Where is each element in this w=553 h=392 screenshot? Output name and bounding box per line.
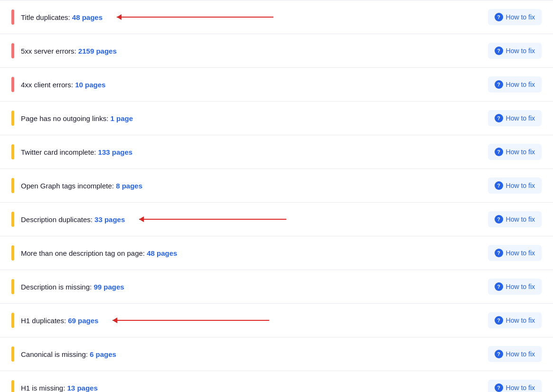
issue-count-no-outgoing-links: 1 page [110, 114, 133, 122]
issue-row-canonical-missing: Canonical is missing: 6 pages?How to fix [0, 337, 553, 371]
how-to-fix-button-twitter-card[interactable]: ?How to fix [488, 144, 542, 160]
issue-label-h1-duplicates: H1 duplicates: 69 pages [21, 317, 98, 325]
issue-count-description-duplicates: 33 pages [94, 215, 125, 224]
question-icon-no-outgoing-links: ? [495, 114, 503, 122]
severity-indicator-no-outgoing-links [11, 111, 14, 126]
issue-label-4xx-errors: 4xx client errors: 10 pages [21, 81, 105, 89]
how-to-fix-label-h1-missing: How to fix [506, 384, 535, 392]
issue-left-multiple-description: More than one description tag on page: 4… [11, 245, 488, 261]
issue-row-5xx-errors: 5xx server errors: 2159 pages?How to fix [0, 34, 553, 68]
issue-count-canonical-missing: 6 pages [90, 350, 116, 358]
issue-left-5xx-errors: 5xx server errors: 2159 pages [11, 43, 488, 58]
how-to-fix-label-no-outgoing-links: How to fix [506, 114, 535, 122]
arrow-annotation-description-duplicates [139, 219, 286, 220]
how-to-fix-button-4xx-errors[interactable]: ?How to fix [488, 76, 542, 93]
issue-left-canonical-missing: Canonical is missing: 6 pages [11, 346, 488, 362]
how-to-fix-label-h1-duplicates: How to fix [506, 317, 535, 324]
how-to-fix-button-multiple-description[interactable]: ?How to fix [488, 245, 542, 261]
issue-label-canonical-missing: Canonical is missing: 6 pages [21, 350, 116, 358]
issue-count-h1-missing: 13 pages [67, 384, 98, 392]
issue-count-multiple-description: 48 pages [147, 249, 177, 257]
issue-left-open-graph: Open Graph tags incomplete: 8 pages [11, 178, 488, 193]
severity-indicator-h1-duplicates [11, 313, 14, 328]
issue-row-twitter-card: Twitter card incomplete: 133 pages?How t… [0, 135, 553, 169]
arrow-line-description-duplicates [139, 219, 286, 220]
arrow-annotation-h1-duplicates [112, 320, 269, 321]
issue-count-open-graph: 8 pages [116, 182, 142, 190]
issue-label-5xx-errors: 5xx server errors: 2159 pages [21, 47, 117, 55]
how-to-fix-label-4xx-errors: How to fix [506, 81, 535, 88]
issue-row-h1-duplicates: H1 duplicates: 69 pages?How to fix [0, 304, 553, 337]
how-to-fix-button-description-duplicates[interactable]: ?How to fix [488, 211, 542, 227]
how-to-fix-label-twitter-card: How to fix [506, 148, 535, 156]
issue-row-description-duplicates: Description duplicates: 33 pages?How to … [0, 203, 553, 236]
severity-indicator-open-graph [11, 178, 14, 193]
severity-indicator-canonical-missing [11, 346, 14, 362]
arrow-line-title-duplicates [117, 17, 273, 18]
how-to-fix-button-no-outgoing-links[interactable]: ?How to fix [488, 110, 542, 126]
issue-count-title-duplicates: 48 pages [72, 13, 103, 21]
severity-indicator-description-duplicates [11, 212, 14, 227]
how-to-fix-button-open-graph[interactable]: ?How to fix [488, 177, 542, 194]
issue-row-4xx-errors: 4xx client errors: 10 pages?How to fix [0, 68, 553, 102]
issue-left-h1-missing: H1 is missing: 13 pages [11, 380, 488, 392]
issue-row-multiple-description: More than one description tag on page: 4… [0, 236, 553, 270]
severity-indicator-title-duplicates [11, 9, 14, 25]
issue-label-twitter-card: Twitter card incomplete: 133 pages [21, 148, 132, 156]
issue-left-no-outgoing-links: Page has no outgoing links: 1 page [11, 111, 488, 126]
issue-count-5xx-errors: 2159 pages [78, 47, 117, 55]
severity-indicator-5xx-errors [11, 43, 14, 58]
issue-left-description-missing: Description is missing: 99 pages [11, 279, 488, 294]
issue-count-4xx-errors: 10 pages [75, 81, 105, 89]
how-to-fix-button-description-missing[interactable]: ?How to fix [488, 279, 542, 295]
question-icon-4xx-errors: ? [495, 80, 503, 89]
issue-left-twitter-card: Twitter card incomplete: 133 pages [11, 144, 488, 159]
question-icon-5xx-errors: ? [495, 47, 503, 55]
question-icon-canonical-missing: ? [495, 350, 503, 358]
severity-indicator-description-missing [11, 279, 14, 294]
question-icon-multiple-description: ? [495, 249, 503, 257]
issue-row-no-outgoing-links: Page has no outgoing links: 1 page?How t… [0, 102, 553, 135]
severity-indicator-twitter-card [11, 144, 14, 159]
question-icon-description-duplicates: ? [495, 215, 503, 224]
question-icon-h1-duplicates: ? [495, 316, 503, 325]
how-to-fix-button-h1-duplicates[interactable]: ?How to fix [488, 312, 542, 328]
how-to-fix-label-description-duplicates: How to fix [506, 215, 535, 223]
issue-row-h1-missing: H1 is missing: 13 pages?How to fix [0, 371, 553, 392]
issue-label-title-duplicates: Title duplicates: 48 pages [21, 13, 103, 21]
issue-row-title-duplicates: Title duplicates: 48 pages?How to fix [0, 0, 553, 34]
how-to-fix-button-canonical-missing[interactable]: ?How to fix [488, 346, 542, 362]
arrow-annotation-title-duplicates [117, 17, 273, 18]
issue-row-open-graph: Open Graph tags incomplete: 8 pages?How … [0, 169, 553, 203]
how-to-fix-label-description-missing: How to fix [506, 283, 535, 290]
question-icon-description-missing: ? [495, 282, 503, 291]
issue-label-description-missing: Description is missing: 99 pages [21, 283, 124, 291]
severity-indicator-4xx-errors [11, 77, 14, 92]
issue-count-description-missing: 99 pages [94, 283, 124, 291]
issue-count-h1-duplicates: 69 pages [68, 317, 98, 325]
question-icon-h1-missing: ? [495, 383, 503, 392]
issue-left-4xx-errors: 4xx client errors: 10 pages [11, 77, 488, 92]
arrow-line-h1-duplicates [112, 320, 269, 321]
how-to-fix-button-title-duplicates[interactable]: ?How to fix [488, 9, 542, 25]
how-to-fix-button-h1-missing[interactable]: ?How to fix [488, 380, 542, 392]
issue-left-title-duplicates: Title duplicates: 48 pages [11, 9, 488, 25]
how-to-fix-label-open-graph: How to fix [506, 182, 535, 189]
issue-label-description-duplicates: Description duplicates: 33 pages [21, 215, 125, 224]
question-icon-twitter-card: ? [495, 148, 503, 156]
how-to-fix-button-5xx-errors[interactable]: ?How to fix [488, 43, 542, 59]
how-to-fix-label-title-duplicates: How to fix [506, 13, 535, 21]
issue-row-description-missing: Description is missing: 99 pages?How to … [0, 270, 553, 304]
question-icon-open-graph: ? [495, 181, 503, 190]
how-to-fix-label-multiple-description: How to fix [506, 249, 535, 257]
issue-label-h1-missing: H1 is missing: 13 pages [21, 384, 98, 392]
how-to-fix-label-canonical-missing: How to fix [506, 350, 535, 358]
severity-indicator-multiple-description [11, 245, 14, 261]
question-icon-title-duplicates: ? [495, 13, 503, 21]
issue-label-open-graph: Open Graph tags incomplete: 8 pages [21, 182, 142, 190]
issue-label-multiple-description: More than one description tag on page: 4… [21, 249, 177, 257]
issue-left-h1-duplicates: H1 duplicates: 69 pages [11, 313, 488, 328]
how-to-fix-label-5xx-errors: How to fix [506, 47, 535, 55]
issues-list: Title duplicates: 48 pages?How to fix5xx… [0, 0, 553, 392]
issue-left-description-duplicates: Description duplicates: 33 pages [11, 212, 488, 227]
